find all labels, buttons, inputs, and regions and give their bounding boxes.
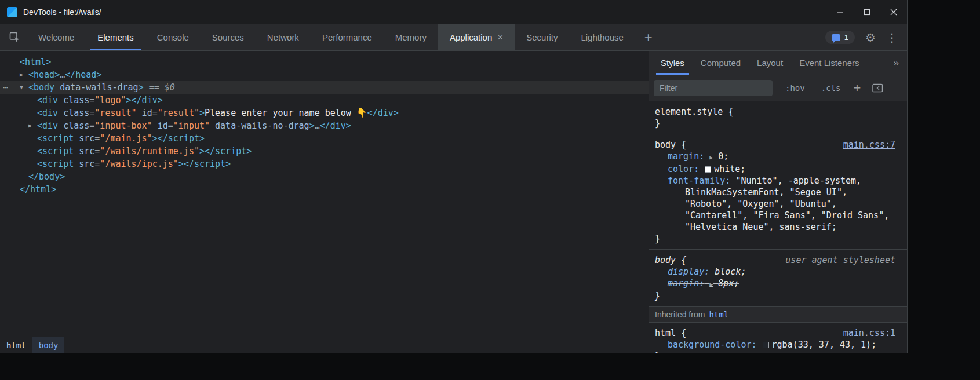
- css-selector[interactable]: body {: [655, 254, 686, 266]
- settings-gear-icon[interactable]: ⚙: [865, 32, 876, 43]
- expand-arrow-icon[interactable]: ▶: [28, 119, 32, 132]
- css-property-value: "Roboto", "Oxygen", "Ubuntu",: [685, 199, 837, 209]
- dom-node[interactable]: <script src="/wails/ipc.js"></script>: [0, 158, 649, 170]
- dom-node[interactable]: ▶<div class="input-box" id="input" data-…: [0, 119, 649, 132]
- expand-arrow-icon[interactable]: ▶: [20, 68, 23, 81]
- css-declaration[interactable]: display: block;: [655, 266, 895, 277]
- dom-token: id: [152, 120, 168, 131]
- css-property-name: margin:: [668, 151, 704, 162]
- tab-memory[interactable]: Memory: [384, 24, 438, 50]
- node-menu-dots-icon[interactable]: ⋯: [3, 81, 8, 94]
- styles-filter-input[interactable]: [654, 80, 773, 96]
- css-property-name: margin:: [668, 278, 704, 288]
- devtools-content: <html>▶<head>…</head>⋯▼<body data-wails-…: [0, 51, 907, 353]
- tab-application[interactable]: Application×: [438, 24, 515, 50]
- sidebar-tab-bar: StylesComputedLayoutEvent Listeners »: [649, 51, 907, 75]
- pseudo-state-toggle[interactable]: :hov: [782, 81, 808, 95]
- dom-node[interactable]: <html>: [0, 56, 649, 68]
- sidebar-tabs: StylesComputedLayoutEvent Listeners: [653, 51, 868, 75]
- dom-node[interactable]: <script src="/main.js"></script>: [0, 132, 649, 145]
- color-swatch-icon[interactable]: [705, 166, 711, 173]
- close-icon: [890, 9, 897, 16]
- dom-token: <script: [37, 146, 74, 156]
- expand-shorthand-icon[interactable]: ▶: [709, 281, 713, 287]
- titlebar: DevTools - file://wails/: [0, 0, 907, 24]
- tab-elements[interactable]: Elements: [86, 24, 145, 50]
- dom-node[interactable]: <div class="result" id="result">Please e…: [0, 107, 649, 119]
- tab-close-icon[interactable]: ×: [497, 32, 503, 42]
- tab-network[interactable]: Network: [256, 24, 311, 50]
- dom-node[interactable]: </html>: [0, 183, 649, 196]
- css-property-value: "Helvetica Neue", sans-serif;: [685, 222, 837, 232]
- maximize-button[interactable]: [854, 0, 880, 24]
- panel-tabs: WelcomeElementsConsoleSourcesNetworkPerf…: [27, 24, 635, 50]
- dom-token: =: [89, 120, 94, 131]
- style-rule: body {user agent stylesheetdisplay: bloc…: [649, 250, 907, 307]
- css-declaration[interactable]: color: white;: [655, 163, 895, 175]
- dom-token: >: [309, 120, 315, 131]
- css-declaration[interactable]: font-family: "Nunito", -apple-system,: [655, 175, 895, 187]
- styles-sidebar: StylesComputedLayoutEvent Listeners » :h…: [649, 51, 907, 353]
- inherited-from-node[interactable]: html: [709, 309, 728, 320]
- styles-toolbar: :hov .cls +: [649, 75, 907, 101]
- dom-node[interactable]: <div class="logo"></div>: [0, 94, 649, 107]
- closing-brace: }: [655, 233, 895, 244]
- dom-node[interactable]: ▶<head>…</head>: [0, 68, 649, 81]
- sidebar-tab-layout[interactable]: Layout: [749, 51, 791, 75]
- dom-token: =: [168, 120, 173, 131]
- dom-token: class: [58, 120, 89, 131]
- dom-node[interactable]: </body>: [0, 170, 649, 183]
- dom-token: <head>: [28, 70, 60, 80]
- expand-shorthand-icon[interactable]: ▶: [709, 154, 713, 160]
- tab-performance[interactable]: Performance: [311, 24, 384, 50]
- minimize-button[interactable]: [827, 0, 854, 24]
- dom-node[interactable]: <script src="/wails/runtime.js"></script…: [0, 145, 649, 158]
- more-menu-icon[interactable]: ⋮: [886, 32, 898, 43]
- css-selector[interactable]: body {: [655, 139, 686, 151]
- breadcrumb-item-body[interactable]: body: [32, 337, 65, 353]
- css-declaration[interactable]: margin: ▶ 0;: [655, 151, 895, 163]
- css-declaration[interactable]: background-color: rgba(33, 37, 43, 1);: [655, 339, 895, 350]
- tab-security[interactable]: Security: [515, 24, 569, 50]
- breadcrumb-item-html[interactable]: html: [0, 337, 32, 353]
- tab-label: Welcome: [38, 32, 74, 42]
- css-property-value: 8px;: [718, 278, 739, 288]
- tab-sources[interactable]: Sources: [201, 24, 256, 50]
- tab-label: Network: [267, 32, 299, 42]
- sidebar-tab-styles[interactable]: Styles: [653, 51, 693, 75]
- dom-node[interactable]: ⋯▼<body data-wails-drag> == $0: [0, 81, 649, 94]
- dom-token: >: [126, 95, 132, 105]
- issues-counter-button[interactable]: 1: [825, 31, 855, 44]
- tab-label: Memory: [395, 32, 427, 42]
- sidebar-tab-event-listeners[interactable]: Event Listeners: [791, 51, 867, 75]
- stylesheet-link[interactable]: main.css:1: [843, 327, 895, 339]
- dom-token: "result": [158, 108, 199, 118]
- dom-token: </html>: [20, 184, 56, 195]
- color-swatch-icon[interactable]: [763, 342, 769, 348]
- dom-token: =: [89, 108, 94, 118]
- css-selector[interactable]: element.style {: [655, 106, 733, 118]
- toggle-computed-sidebar-icon[interactable]: [872, 83, 883, 93]
- element-class-toggle[interactable]: .cls: [818, 81, 844, 95]
- sidebar-tab-computed[interactable]: Computed: [693, 51, 749, 75]
- tab-label: Application: [450, 32, 492, 42]
- collapse-arrow-icon[interactable]: ▼: [20, 81, 23, 94]
- dom-tree: <html>▶<head>…</head>⋯▼<body data-wails-…: [0, 51, 649, 337]
- new-style-rule-icon[interactable]: +: [853, 82, 861, 94]
- dom-token: </div>: [367, 108, 399, 118]
- more-tools-plus-icon[interactable]: +: [635, 24, 662, 50]
- css-selector[interactable]: html {: [655, 327, 686, 339]
- css-property-name: font-family:: [668, 176, 730, 186]
- overflow-tabs-icon[interactable]: »: [886, 51, 907, 75]
- issues-bubble-icon: [832, 34, 840, 41]
- css-property-value: rgba(33, 37, 43, 1);: [772, 339, 877, 350]
- inspect-element-icon[interactable]: [2, 24, 27, 50]
- css-declaration[interactable]: margin: ▶ 8px;: [655, 277, 895, 290]
- tab-welcome[interactable]: Welcome: [27, 24, 86, 50]
- close-button[interactable]: [880, 0, 907, 24]
- tab-lighthouse[interactable]: Lighthouse: [569, 24, 635, 50]
- styles-sections: element.style {}body {main.css:7margin: …: [649, 101, 907, 353]
- stylesheet-link[interactable]: main.css:7: [843, 139, 895, 151]
- tab-console[interactable]: Console: [145, 24, 201, 50]
- css-declaration-continuation: "Helvetica Neue", sans-serif;: [655, 221, 895, 233]
